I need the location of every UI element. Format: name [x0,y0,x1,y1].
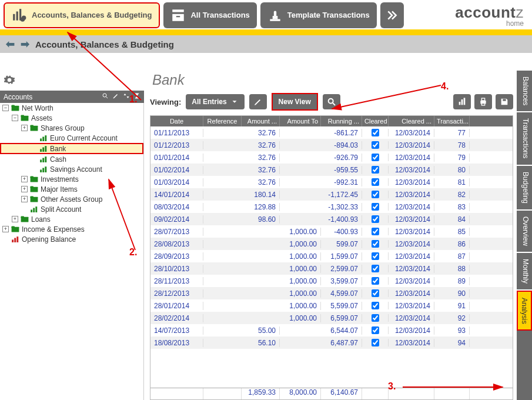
col-c-ref[interactable]: Reference [203,116,242,126]
table-row[interactable]: 01/03/201432.76-992.3112/03/201481 [150,176,513,188]
cleared-cell[interactable] [362,178,389,186]
side-tab-budgeting[interactable]: Budgeting [517,166,532,211]
cleared-checkbox[interactable] [372,302,379,309]
table-row[interactable]: 18/08/201356.106,487.9712/03/201494 [150,336,513,349]
cleared-checkbox[interactable] [372,289,379,297]
tree-item-other-assets-group[interactable]: +Other Assets Group [0,194,143,204]
tree-item-split-account[interactable]: Split Account [0,204,143,214]
table-row[interactable]: 01/02/201432.76-959.5512/03/201480 [150,164,513,176]
nav-more-button[interactable] [380,2,404,28]
cleared-checkbox[interactable] [372,215,379,223]
side-tab-overview[interactable]: Overview [517,211,532,253]
table-row[interactable]: 01/12/201332.76-894.0312/03/201478 [150,139,513,151]
tree-item-cash[interactable]: Cash [0,154,143,164]
expand-toggle[interactable]: + [12,216,18,222]
col-c-run[interactable]: Running ... [321,116,362,126]
tree-item-euro-current-account[interactable]: Euro Current Account [0,133,143,143]
nav-back-icon[interactable]: ⬅ [6,38,15,51]
table-row[interactable]: 08/03/2014129.88-1,302.3312/03/201483 [150,201,513,213]
col-c-cld[interactable]: Cleared ... [389,116,434,126]
expand-toggle[interactable]: + [21,176,28,182]
cleared-checkbox[interactable] [372,314,379,322]
table-row[interactable]: 14/07/201355.006,544.0712/03/201493 [150,324,513,336]
cleared-checkbox[interactable] [372,240,379,248]
chart-button[interactable] [453,94,471,109]
table-body[interactable]: 01/11/201332.76-861.2712/03/20147701/12/… [150,126,513,388]
cleared-checkbox[interactable] [372,191,379,198]
search-transactions-button[interactable] [323,94,340,109]
side-tab-monthly[interactable]: Monthly [517,253,532,291]
accounts-tree[interactable]: −Net Worth−Assets+Shares GroupEuro Curre… [0,103,144,400]
tree-item-loans[interactable]: +Loans [0,214,143,224]
cleared-checkbox[interactable] [372,203,379,211]
cleared-cell[interactable] [362,228,389,235]
tree-item-investments[interactable]: +Investments [0,174,143,184]
tree-item-assets[interactable]: −Assets [0,113,143,123]
cleared-cell[interactable] [362,215,389,223]
cleared-cell[interactable] [362,302,389,309]
cleared-cell[interactable] [362,129,389,136]
expand-toggle[interactable]: − [2,105,9,111]
cleared-cell[interactable] [362,141,389,149]
nav-template-transactions-button[interactable]: Template Transactions [260,2,377,28]
tree-item-major-items[interactable]: +Major Items [0,184,143,194]
nav-forward-icon[interactable]: ➡ [21,38,29,51]
cleared-cell[interactable] [362,339,389,346]
side-tab-analysis[interactable]: Analysis [517,291,532,331]
table-row[interactable]: 28/07/20131,000.00-400.9312/03/201485 [150,225,513,238]
nav-all-transactions-button[interactable]: All Transactions [163,2,256,28]
tree-item-income-expenses[interactable]: +Income & Expenses [0,224,143,234]
cleared-checkbox[interactable] [372,154,379,161]
expand-toggle[interactable]: + [2,226,9,232]
table-row[interactable]: 09/02/201498.60-1,400.9312/03/201484 [150,213,513,225]
cleared-checkbox[interactable] [372,277,379,285]
table-row[interactable]: 01/01/201432.76-926.7912/03/201479 [150,151,513,164]
col-c-trn[interactable]: Transacti... [434,116,470,126]
accounts-filter-button[interactable] [133,92,140,101]
cleared-checkbox[interactable] [372,141,379,149]
tree-item-net-worth[interactable]: −Net Worth [0,103,143,113]
col-c-at[interactable]: Amount To [280,116,321,126]
cleared-checkbox[interactable] [372,252,379,260]
table-row[interactable]: 28/12/20131,000.004,599.0712/03/201490 [150,287,513,299]
expand-toggle[interactable]: + [21,186,28,192]
table-row[interactable]: 28/02/20141,000.006,599.0712/03/201492 [150,312,513,324]
cleared-cell[interactable] [362,166,389,174]
cleared-cell[interactable] [362,203,389,211]
cleared-cell[interactable] [362,289,389,297]
cleared-checkbox[interactable] [372,326,379,334]
cleared-cell[interactable] [362,240,389,248]
cleared-cell[interactable] [362,277,389,285]
cleared-checkbox[interactable] [372,166,379,174]
cleared-cell[interactable] [362,314,389,322]
edit-view-button[interactable] [249,94,267,109]
cleared-cell[interactable] [362,191,389,198]
side-tab-transactions[interactable]: Transactions [517,112,532,165]
expand-toggle[interactable]: + [21,196,28,202]
table-row[interactable]: 28/10/20131,000.002,599.0712/03/201488 [150,262,513,275]
new-view-button[interactable]: New View [272,93,318,111]
nav-accounts-button[interactable]: Accounts, Balances & Budgeting [4,2,160,28]
table-row[interactable]: 01/11/201332.76-861.2712/03/201477 [150,126,513,139]
col-c-clr[interactable]: Cleared [362,116,389,126]
cleared-cell[interactable] [362,326,389,334]
col-c-af[interactable]: Amount ... [242,116,280,126]
col-c-date[interactable]: Date [150,116,203,126]
tree-item-opening-balance[interactable]: Opening Balance [0,234,143,244]
table-row[interactable]: 28/09/20131,000.001,599.0712/03/201487 [150,250,513,262]
expand-toggle[interactable]: − [12,115,18,121]
tree-item-shares-group[interactable]: +Shares Group [0,123,143,133]
table-row[interactable]: 28/01/20141,000.005,599.0712/03/201491 [150,299,513,312]
accounts-sort-button[interactable] [123,92,130,101]
cleared-checkbox[interactable] [372,178,379,186]
cleared-cell[interactable] [362,154,389,161]
accounts-edit-button[interactable] [112,92,119,101]
table-row[interactable]: 28/11/20131,000.003,599.0712/03/201489 [150,275,513,287]
expand-toggle[interactable]: + [21,125,28,131]
accounts-search-button[interactable] [102,92,109,101]
entries-dropdown[interactable]: All Entries [186,94,244,109]
print-button[interactable] [474,94,492,109]
cleared-checkbox[interactable] [372,129,379,136]
tree-item-savings-account[interactable]: Savings Account [0,164,143,174]
settings-button[interactable] [4,74,15,88]
